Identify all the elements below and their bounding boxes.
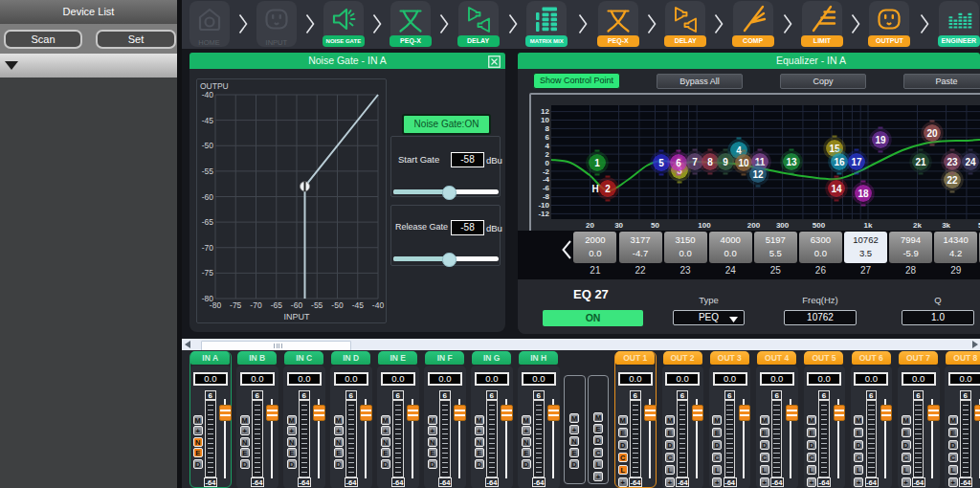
svg-text:18: 18	[858, 189, 869, 199]
svg-text:2: 2	[605, 184, 611, 194]
svg-text:-40: -40	[202, 90, 214, 100]
svg-text:17: 17	[851, 157, 862, 167]
svg-text:-8: -8	[543, 192, 550, 201]
svg-text:-80: -80	[210, 300, 222, 310]
svg-text:-70: -70	[202, 243, 214, 253]
svg-text:-50: -50	[331, 300, 344, 310]
svg-text:-75: -75	[230, 300, 242, 310]
svg-text:-10: -10	[538, 201, 549, 210]
svg-text:-45: -45	[352, 300, 365, 310]
svg-text:INPUT: INPUT	[284, 312, 311, 322]
svg-text:-75: -75	[202, 268, 214, 277]
svg-text:20: 20	[586, 221, 594, 230]
svg-text:1k: 1k	[864, 221, 873, 230]
svg-text:14: 14	[831, 184, 842, 194]
svg-text:1: 1	[594, 158, 600, 168]
svg-text:6: 6	[676, 158, 681, 168]
svg-text:12: 12	[541, 107, 549, 116]
svg-text:19: 19	[875, 135, 886, 145]
svg-text:-45: -45	[202, 116, 214, 125]
svg-text:2k: 2k	[913, 221, 922, 230]
svg-text:-55: -55	[202, 166, 214, 176]
svg-text:-2: -2	[543, 167, 550, 176]
svg-text:-65: -65	[202, 217, 214, 227]
svg-text:24: 24	[965, 157, 976, 167]
svg-text:0: 0	[546, 159, 550, 167]
svg-text:10: 10	[738, 158, 749, 168]
svg-text:-12: -12	[538, 210, 549, 218]
svg-text:H: H	[591, 184, 598, 194]
svg-text:7: 7	[692, 157, 698, 167]
svg-text:30: 30	[614, 221, 623, 230]
svg-text:9: 9	[723, 157, 728, 167]
svg-text:5: 5	[658, 158, 664, 168]
svg-text:20: 20	[926, 128, 938, 139]
svg-text:300: 300	[776, 221, 790, 230]
svg-text:100: 100	[698, 221, 711, 230]
svg-text:-65: -65	[271, 300, 283, 310]
svg-text:-60: -60	[291, 300, 303, 310]
svg-text:2: 2	[546, 150, 550, 159]
svg-text:21: 21	[915, 157, 926, 167]
svg-text:4: 4	[546, 142, 550, 150]
svg-text:8: 8	[707, 157, 713, 167]
svg-text:23: 23	[947, 157, 958, 167]
svg-text:13: 13	[786, 157, 797, 167]
svg-text:-60: -60	[202, 192, 214, 202]
svg-text:6: 6	[546, 133, 550, 142]
svg-text:-4: -4	[543, 175, 550, 184]
svg-text:-55: -55	[311, 300, 323, 310]
svg-text:200: 200	[747, 221, 761, 230]
svg-text:10: 10	[541, 116, 549, 124]
svg-text:12: 12	[752, 169, 764, 180]
svg-text:500: 500	[813, 221, 826, 230]
svg-text:-6: -6	[543, 184, 550, 192]
svg-text:8: 8	[546, 124, 550, 133]
svg-text:-40: -40	[372, 300, 385, 310]
svg-text:50: 50	[651, 221, 659, 230]
svg-text:3k: 3k	[942, 221, 950, 230]
svg-text:22: 22	[947, 175, 958, 186]
svg-text:16: 16	[834, 157, 845, 167]
svg-text:-50: -50	[202, 141, 214, 150]
svg-text:-70: -70	[250, 300, 262, 310]
